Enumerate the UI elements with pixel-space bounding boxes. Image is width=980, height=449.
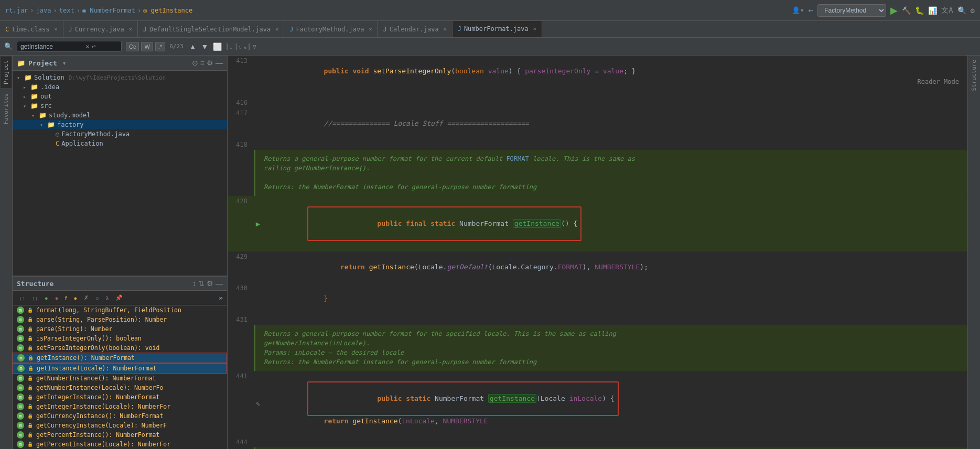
struct-filter-f-button[interactable]: f (62, 293, 69, 303)
tab-defaultsingleselection[interactable]: J DefaultSingleSelectionModel.java ✕ (138, 21, 284, 37)
method-getinteger[interactable]: m 🔒 getIntegerInstance(): NumberFormat (13, 392, 227, 402)
out-folder-icon: 📁 (30, 93, 38, 100)
method-parse1[interactable]: m 🔒 parse(String, ParsePosition): Number (13, 315, 227, 324)
method-setparse[interactable]: m 🔒 setParseIntegerOnly(boolean): void (13, 343, 227, 353)
debug-icon[interactable]: 🐛 (915, 6, 924, 15)
search-options3: ₑ| (243, 43, 251, 50)
struct-priv-button[interactable]: ● (52, 293, 61, 303)
project-panel-header: 📁 Project ▾ ⊙ ≡ ⚙ — (13, 56, 227, 71)
sort-alpha-button[interactable]: ↕ (192, 279, 196, 288)
struct-more-icon[interactable]: » (219, 294, 223, 302)
regex-button[interactable]: .* (155, 42, 165, 51)
scope-button[interactable]: ⊙ (192, 59, 198, 67)
back-icon[interactable]: ← (808, 5, 813, 15)
struct-filter-x-button[interactable]: ✗ (81, 293, 91, 303)
struct-circle-button[interactable]: ○ (93, 293, 102, 303)
file-tree: ▾ 📁 Solution D:\wyf\IdeaProjects\Solutio… (13, 71, 227, 276)
search-icon[interactable]: 🔍 (957, 6, 966, 15)
search-icon-small: 🔍 (4, 42, 13, 50)
tree-src[interactable]: ▾ 📁 src (13, 101, 227, 111)
method-getnumber2[interactable]: m 🔒 getNumberInstance(Locale): NumberFo (13, 383, 227, 392)
method-getinteger2[interactable]: m 🔒 getIntegerInstance(Locale): NumberFo… (13, 402, 227, 411)
run-button[interactable]: ▶ (890, 5, 898, 16)
run-config-dropdown[interactable]: FactoryMethod (817, 4, 886, 17)
method-getcurrency2[interactable]: m 🔒 getCurrencyInstance(Locale): NumberF (13, 421, 227, 430)
close-tab-icon[interactable]: ✕ (444, 26, 447, 32)
top-bar-actions: 👤▾ ← FactoryMethod ▶ 🔨 🐛 📊 文A 🔍 ⚙ (792, 4, 975, 17)
search-prev-button[interactable]: ▲ (188, 42, 198, 51)
method-getpercent2[interactable]: m 🔒 getPercentInstance(Locale): NumberFo… (13, 440, 227, 449)
gear-icon-button[interactable]: ⚙ (207, 59, 213, 67)
struct-sort-asc-button[interactable]: ↓↑ (17, 293, 28, 303)
tree-out[interactable]: ▸ 📁 out (13, 92, 227, 101)
struct-lambda-button[interactable]: λ (103, 293, 112, 303)
tree-application[interactable]: C Application (13, 139, 227, 148)
line-marker (254, 314, 262, 325)
structure-settings-button[interactable]: ⚙ (207, 279, 213, 288)
solution-path: D:\wyf\IdeaProjects\Solution (69, 74, 166, 81)
project-side-tab[interactable]: Project (1, 56, 12, 89)
close-tab-icon[interactable]: ✕ (369, 26, 372, 32)
structure-right-tab[interactable]: Structure (968, 56, 979, 95)
method-isparse[interactable]: m 🔒 isParseIntegerOnly(): boolean (13, 334, 227, 343)
collapse-all-button[interactable]: ≡ (200, 59, 204, 67)
struct-sort-desc-button[interactable]: ↑↓ (29, 293, 40, 303)
code-line-444: 444 (228, 437, 967, 447)
match-case-button[interactable]: Cc (126, 42, 139, 51)
lock-icon: 🔒 (28, 366, 34, 371)
method-getinstance0[interactable]: m 🔒 getInstance(): NumberFormat (13, 353, 227, 363)
translate-icon[interactable]: 文A (941, 6, 953, 15)
edit-gutter-icon[interactable]: ✎ (256, 400, 260, 408)
tree-factory[interactable]: ▾ 📁 factory (13, 120, 227, 129)
lock-icon: 🔒 (27, 442, 33, 447)
structure-close-button[interactable]: — (216, 279, 223, 288)
pub-method-icon: m (17, 412, 24, 420)
line-number: 417 (228, 108, 254, 139)
method-getinstance1[interactable]: m 🔒 getInstance(Locale): NumberFormat (13, 363, 227, 374)
search-expand-view-button[interactable]: ⬜ (211, 42, 223, 51)
profile-icon[interactable]: 📊 (928, 6, 937, 15)
method-getcurrency[interactable]: m 🔒 getCurrencyInstance(): NumberFormat (13, 411, 227, 421)
tab-calendar[interactable]: J Calendar.java ✕ (378, 21, 452, 37)
tab-currency[interactable]: J Currency.java ✕ (63, 21, 138, 37)
close-tab-icon[interactable]: ✕ (533, 26, 536, 31)
factory-folder-icon: 📁 (47, 121, 55, 128)
whole-word-button[interactable]: W (141, 42, 153, 51)
struct-filter-orange-button[interactable]: ● (71, 293, 80, 303)
search-next-button[interactable]: ▼ (200, 42, 210, 51)
search-input[interactable] (20, 43, 83, 50)
tab-factorymethod[interactable]: J FactoryMethod.java ✕ (284, 21, 378, 37)
tree-solution[interactable]: ▾ 📁 Solution D:\wyf\IdeaProjects\Solutio… (13, 73, 227, 82)
close-tab-icon[interactable]: ✕ (54, 26, 57, 32)
tree-idea[interactable]: ▸ 📁 .idea (13, 82, 227, 92)
close-panel-button[interactable]: — (216, 59, 223, 67)
method-format[interactable]: m 🔒 format(long, StringBuffer, FieldPosi… (13, 305, 227, 315)
code-editor: 413 public void setParseIntegerOnly(bool… (228, 56, 967, 449)
struct-pub-button[interactable]: ● (42, 293, 51, 303)
settings-icon[interactable]: ⚙ (971, 6, 975, 15)
clear-search-icon[interactable]: ✕ (85, 42, 90, 50)
reader-mode-label[interactable]: Reader Mode (918, 76, 959, 87)
search-expand-icon[interactable]: ↩ (92, 42, 96, 50)
close-tab-icon[interactable]: ✕ (275, 26, 278, 32)
favorites-side-tab[interactable]: Favorites (1, 89, 12, 129)
close-tab-icon[interactable]: ✕ (129, 26, 132, 32)
gutter-run-icon[interactable]: ▶ (256, 220, 260, 228)
method-parse2[interactable]: m 🔒 parse(String): Number (13, 324, 227, 334)
method-label: format(long, StringBuffer, FieldPosition (36, 306, 181, 314)
pub-method-icon: m (17, 306, 24, 314)
tab-numberformat[interactable]: J NumberFormat.java ✕ (453, 21, 542, 37)
sort-type-button[interactable]: ⇅ (198, 279, 204, 288)
pub-method-icon: m (17, 375, 24, 382)
tree-study-model[interactable]: ▾ 📁 study.model (13, 111, 227, 120)
tree-item-label: out (40, 93, 52, 100)
build-icon[interactable]: 🔨 (902, 6, 911, 15)
method-getnumber[interactable]: m 🔒 getNumberInstance(): NumberFormat (13, 374, 227, 383)
tree-factorymethod-java[interactable]: ◎ FactoryMethod.java (13, 129, 227, 139)
project-dropdown-icon[interactable]: ▾ (62, 59, 67, 67)
struct-pin-button[interactable]: 📌 (113, 293, 125, 303)
code-content[interactable]: 413 public void setParseIntegerOnly(bool… (228, 56, 967, 449)
tab-time-class[interactable]: C time.class ✕ (0, 21, 63, 37)
method-getpercent[interactable]: m 🔒 getPercentInstance(): NumberFormat (13, 430, 227, 440)
line-content: public void setParseIntegerOnly(boolean … (262, 56, 967, 97)
